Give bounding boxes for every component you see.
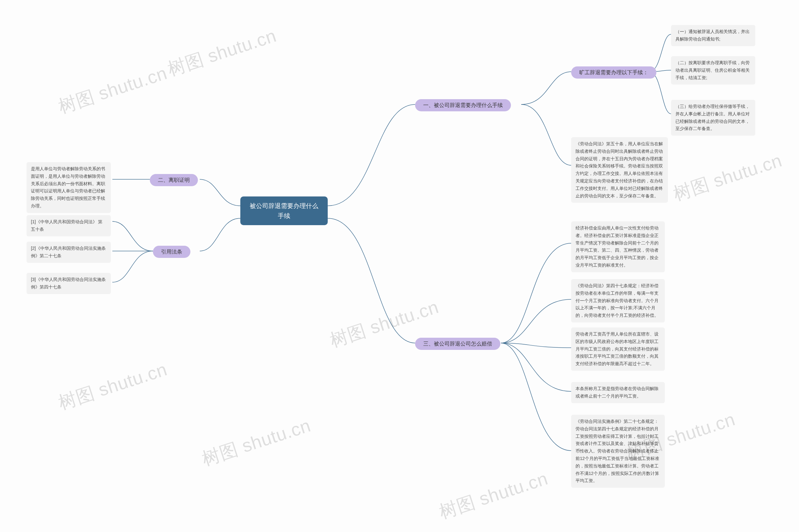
leaf-b1-2[interactable]: （二）按离职要求办理离职手续，向劳动者出具离职证明、住房公积金等相关手续，结清工… [671, 56, 755, 84]
leaf-b4-2[interactable]: [2]《中华人民共和国劳动合同法实施条例》第二十七条 [26, 242, 111, 263]
branch-3-label: 三、被公司辞退公司怎么赔偿 [423, 341, 492, 347]
leaf-b4-1[interactable]: [1]《中华人民共和国劳动合同法》 第五十条 [26, 215, 111, 236]
leaf-b1-1-text: （一）通知被辞退人员相关情况，并出具解除劳动合同通知书; [675, 29, 750, 41]
leaf-b3-4[interactable]: 本条所称月工资是指劳动者在劳动合同解除或者终止前十二个月的平均工资。 [571, 382, 665, 403]
leaf-b3-3-text: 劳动者月工资高于用人单位所在直辖市、设区的市级人民政府公布的本地区上年度职工月平… [576, 331, 658, 366]
branch-2-label: 二、离职证明 [158, 177, 190, 183]
leaf-b1-law-text: 《劳动合同法》第五十条，用人单位应当在解除或者终止劳动合同时出具解除或者终止劳动… [576, 141, 663, 198]
leaf-b4-3-text: [3]《中华人民共和国劳动合同法实施条例》第四十七条 [31, 277, 106, 289]
leaf-b3-1-text: 经济补偿金应由用人单位一次性支付给劳动者。经济补偿金的工资计算标准是指企业正常生… [576, 226, 658, 268]
leaf-b1-law[interactable]: 《劳动合同法》第五十条，用人单位应当在解除或者终止劳动合同时出具解除或者终止劳动… [571, 137, 668, 203]
watermark: 树图 shutu.cn [55, 61, 170, 119]
leaf-b4-2-text: [2]《中华人民共和国劳动合同法实施条例》第二十七条 [31, 246, 106, 258]
branch-1-sub-label: 旷工辞退需要办理以下手续： [579, 70, 648, 75]
branch-4-label: 引用法条 [161, 249, 182, 255]
leaf-b1-2-text: （二）按离职要求办理离职手续，向劳动者出具离职证明、住房公积金等相关手续，结清工… [675, 60, 750, 80]
leaf-b1-3[interactable]: （三）给劳动者办理社保停缴等手续，并在人事台帐上进行备注。用人单位对已经解除或者… [671, 100, 755, 136]
watermark: 树图 shutu.cn [670, 148, 785, 206]
leaf-b2-1[interactable]: 是用人单位与劳动者解除劳动关系的书面证明，是用人单位与劳动者解除劳动关系后必须出… [26, 162, 111, 213]
branch-1-label: 一、被公司辞退需要办理什么手续 [423, 102, 503, 108]
leaf-b3-2-text: 《劳动合同法》第四十七条规定：经济补偿按劳动者在本单位工作的年限，每满一年支付一… [576, 283, 658, 318]
leaf-b3-1[interactable]: 经济补偿金应由用人单位一次性支付给劳动者。经济补偿金的工资计算标准是指企业正常生… [571, 222, 665, 272]
watermark: 树图 shutu.cn [164, 24, 280, 82]
branch-3[interactable]: 三、被公司辞退公司怎么赔偿 [415, 338, 500, 350]
branch-2[interactable]: 二、离职证明 [150, 174, 198, 186]
branch-4[interactable]: 引用法条 [153, 246, 190, 258]
branch-1-sub[interactable]: 旷工辞退需要办理以下手续： [571, 66, 656, 79]
leaf-b3-3[interactable]: 劳动者月工资高于用人单位所在直辖市、设区的市级人民政府公布的本地区上年度职工月平… [571, 327, 665, 371]
leaf-b3-4-text: 本条所称月工资是指劳动者在劳动合同解除或者终止前十二个月的平均工资。 [576, 386, 658, 399]
root-title-line2: 手续 [248, 211, 320, 221]
leaf-b4-3[interactable]: [3]《中华人民共和国劳动合同法实施条例》第四十七条 [26, 273, 111, 294]
watermark: 树图 shutu.cn [55, 357, 170, 415]
watermark: 树图 shutu.cn [436, 467, 551, 525]
leaf-b1-3-text: （三）给劳动者办理社保停缴等手续，并在人事台帐上进行备注。用人单位对已经解除或者… [675, 104, 750, 131]
leaf-b2-1-text: 是用人单位与劳动者解除劳动关系的书面证明，是用人单位与劳动者解除劳动关系后必须出… [31, 166, 105, 208]
root-node[interactable]: 被公司辞退需要办理什么 手续 [240, 196, 328, 225]
leaf-b3-2[interactable]: 《劳动合同法》第四十七条规定：经济补偿按劳动者在本单位工作的年限，每满一年支付一… [571, 279, 665, 322]
watermark: 树图 shutu.cn [199, 414, 314, 472]
leaf-b4-1-text: [1]《中华人民共和国劳动合同法》 第五十条 [31, 219, 102, 232]
root-title-line1: 被公司辞退需要办理什么 [248, 201, 320, 211]
leaf-b1-1[interactable]: （一）通知被辞退人员相关情况，并出具解除劳动合同通知书; [671, 25, 755, 46]
branch-1[interactable]: 一、被公司辞退需要办理什么手续 [415, 99, 511, 111]
